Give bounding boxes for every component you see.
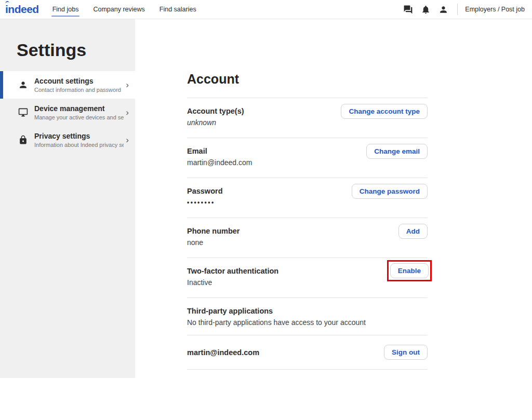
- change-password-button[interactable]: Change password: [352, 184, 428, 199]
- sidebar-item-device-management[interactable]: Device management Manage your active dev…: [0, 99, 135, 126]
- settings-title: Settings: [0, 19, 135, 61]
- tab-find-salaries[interactable]: Find salaries: [152, 0, 204, 19]
- sidebar-item-description: Contact information and password: [34, 86, 124, 93]
- two-factor-status: Inactive: [187, 278, 278, 287]
- messages-icon: [403, 5, 413, 15]
- change-email-button[interactable]: Change email: [366, 144, 428, 159]
- tab-company-reviews[interactable]: Company reviews: [86, 0, 152, 19]
- email-row: Email martin@indeed.com Change email: [187, 138, 428, 178]
- sidebar-item-text: Privacy settings Information about Indee…: [34, 132, 124, 148]
- person-icon: [438, 5, 448, 15]
- chevron-right-icon: ›: [126, 108, 129, 117]
- account-type-value: unknown: [187, 118, 244, 127]
- account-heading: Account: [187, 72, 428, 87]
- chevron-right-icon: ›: [126, 136, 129, 144]
- navbar-divider: [457, 4, 458, 15]
- password-row: Password •••••••• Change password: [187, 178, 428, 218]
- two-factor-row: Two-factor authentication Inactive Enabl…: [187, 258, 428, 297]
- third-party-label: Third-party applications: [187, 306, 366, 316]
- tab-find-jobs[interactable]: Find jobs: [45, 0, 86, 19]
- add-phone-button[interactable]: Add: [398, 224, 428, 239]
- third-party-value: No third-party applications have access …: [187, 318, 366, 327]
- person-icon: [18, 80, 28, 90]
- enable-two-factor-button[interactable]: Enable: [390, 263, 429, 278]
- primary-nav: Find jobs Company reviews Find salaries: [45, 0, 204, 19]
- change-account-type-button[interactable]: Change account type: [341, 104, 428, 119]
- signout-row: martin@indeed.com Sign out: [187, 335, 428, 370]
- phone-number-row: Phone number none Add: [187, 218, 428, 258]
- sidebar-item-label: Privacy settings: [34, 132, 124, 141]
- monitor-icon: [18, 107, 28, 118]
- email-label: Email: [187, 146, 252, 156]
- settings-sidebar: Settings Account settings Contact inform…: [0, 19, 135, 378]
- indeed-logo[interactable]: indeed: [5, 3, 39, 16]
- account-type-label: Account type(s): [187, 106, 244, 116]
- third-party-row: Third-party applications No third-party …: [187, 297, 428, 335]
- navbar-right: Employers / Post job: [399, 0, 525, 19]
- sidebar-item-label: Device management: [34, 104, 124, 113]
- sidebar-item-description: Manage your active devices and sessions: [34, 114, 124, 121]
- tab-label: Find salaries: [159, 6, 196, 13]
- sidebar-item-label: Account settings: [34, 77, 124, 86]
- phone-number-label: Phone number: [187, 226, 240, 236]
- top-navbar: indeed Find jobs Company reviews Find sa…: [0, 0, 532, 19]
- notifications-button[interactable]: [417, 5, 434, 15]
- tab-label: Find jobs: [52, 6, 79, 13]
- chevron-right-icon: ›: [126, 80, 129, 89]
- sidebar-item-privacy-settings[interactable]: Privacy settings Information about Indee…: [0, 126, 135, 154]
- sidebar-item-description: Information about Indeed privacy setting…: [34, 141, 124, 148]
- bell-icon: [421, 5, 431, 15]
- logo-text: indeed: [5, 3, 39, 15]
- profile-menu-button[interactable]: [434, 5, 452, 15]
- password-label: Password: [187, 186, 223, 196]
- email-value: martin@indeed.com: [187, 158, 252, 167]
- page-layout: Settings Account settings Contact inform…: [0, 19, 532, 378]
- account-panel: Account Account type(s) unknown Change a…: [187, 19, 428, 370]
- sign-out-button[interactable]: Sign out: [384, 345, 428, 360]
- tab-label: Company reviews: [93, 6, 144, 13]
- account-type-row: Account type(s) unknown Change account t…: [187, 98, 428, 138]
- lock-icon: [18, 135, 28, 145]
- signout-email-label: martin@indeed.com: [187, 348, 259, 357]
- two-factor-label: Two-factor authentication: [187, 266, 278, 276]
- sidebar-item-text: Account settings Contact information and…: [34, 77, 124, 93]
- phone-number-value: none: [187, 238, 240, 247]
- employers-post-job-link[interactable]: Employers / Post job: [465, 6, 525, 13]
- messages-button[interactable]: [399, 5, 417, 15]
- sidebar-item-text: Device management Manage your active dev…: [34, 104, 124, 121]
- password-value: ••••••••: [187, 198, 223, 207]
- sidebar-item-account-settings[interactable]: Account settings Contact information and…: [0, 71, 135, 99]
- highlight-annotation-box: Enable: [387, 260, 432, 281]
